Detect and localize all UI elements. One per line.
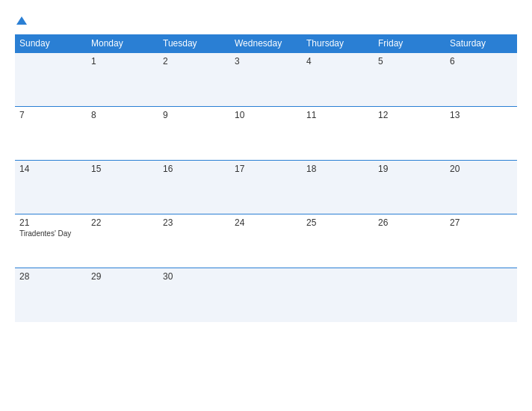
calendar-header (15, 13, 517, 25)
day-number: 14 (19, 164, 82, 174)
calendar-cell (302, 268, 374, 322)
calendar-cell: 15 (87, 161, 158, 214)
calendar-cell: 27 (445, 214, 517, 268)
calendar-page: SundayMondayTuesdayWednesdayThursdayFrid… (0, 0, 532, 411)
day-number: 28 (19, 271, 82, 282)
day-of-week-wednesday: Wednesday (230, 34, 302, 53)
calendar-cell: 5 (374, 53, 445, 107)
calendar-cell: 30 (158, 268, 230, 322)
day-of-week-friday: Friday (374, 34, 445, 53)
week-row-1: 78910111213 (15, 107, 517, 161)
day-number: 21 (19, 217, 82, 228)
day-number: 29 (91, 271, 154, 282)
day-number: 10 (235, 110, 297, 120)
day-number: 2 (163, 56, 226, 67)
day-number: 17 (235, 164, 297, 174)
week-row-2: 14151617181920 (15, 161, 517, 214)
day-number: 9 (163, 110, 226, 120)
calendar-cell: 12 (374, 107, 445, 161)
day-number: 12 (378, 110, 441, 120)
day-number: 24 (235, 217, 297, 228)
day-number: 19 (378, 164, 441, 174)
day-number: 11 (306, 110, 369, 120)
week-row-0: 123456 (15, 53, 517, 107)
calendar-cell: 25 (302, 214, 374, 268)
day-number: 15 (91, 164, 154, 174)
calendar-cell (445, 268, 517, 322)
calendar-cell (374, 268, 445, 322)
calendar-cell: 8 (87, 107, 158, 161)
calendar-cell (230, 268, 302, 322)
calendar-cell: 17 (230, 161, 302, 214)
calendar-cell: 9 (158, 107, 230, 161)
days-header-row: SundayMondayTuesdayWednesdayThursdayFrid… (15, 34, 517, 53)
day-number: 16 (163, 164, 226, 174)
day-number: 4 (306, 56, 369, 67)
day-number: 1 (91, 56, 154, 67)
event-label: Tiradentes' Day (19, 229, 71, 238)
day-of-week-monday: Monday (87, 34, 158, 53)
day-number: 7 (19, 110, 82, 120)
calendar-cell: 16 (158, 161, 230, 214)
week-row-4: 282930 (15, 268, 517, 322)
day-of-week-tuesday: Tuesday (158, 34, 230, 53)
day-number: 8 (91, 110, 154, 120)
calendar-cell: 21Tiradentes' Day (15, 214, 87, 268)
day-number: 20 (450, 164, 513, 174)
calendar-cell: 14 (15, 161, 87, 214)
calendar-cell: 10 (230, 107, 302, 161)
calendar-cell: 11 (302, 107, 374, 161)
calendar-cell: 7 (15, 107, 87, 161)
calendar-table: SundayMondayTuesdayWednesdayThursdayFrid… (15, 34, 517, 322)
calendar-cell: 2 (158, 53, 230, 107)
day-number: 18 (306, 164, 369, 174)
day-of-week-thursday: Thursday (302, 34, 374, 53)
calendar-cell: 18 (302, 161, 374, 214)
calendar-cell: 4 (302, 53, 374, 107)
calendar-cell: 13 (445, 107, 517, 161)
day-number: 6 (450, 56, 513, 67)
calendar-cell: 1 (87, 53, 158, 107)
logo-triangle-icon (16, 16, 27, 25)
day-number: 26 (378, 217, 441, 228)
day-number: 30 (163, 271, 226, 282)
calendar-cell: 6 (445, 53, 517, 107)
calendar-cell: 19 (374, 161, 445, 214)
day-number: 23 (163, 217, 226, 228)
day-number: 3 (235, 56, 297, 67)
calendar-cell (15, 53, 87, 107)
logo (15, 13, 27, 25)
day-of-week-saturday: Saturday (445, 34, 517, 53)
week-row-3: 21Tiradentes' Day222324252627 (15, 214, 517, 268)
calendar-cell: 29 (87, 268, 158, 322)
day-number: 25 (306, 217, 369, 228)
day-of-week-sunday: Sunday (15, 34, 87, 53)
calendar-cell: 23 (158, 214, 230, 268)
calendar-cell: 24 (230, 214, 302, 268)
calendar-cell: 28 (15, 268, 87, 322)
calendar-cell: 20 (445, 161, 517, 214)
day-number: 27 (450, 217, 513, 228)
day-number: 5 (378, 56, 441, 67)
calendar-cell: 26 (374, 214, 445, 268)
calendar-cell: 3 (230, 53, 302, 107)
calendar-cell: 22 (87, 214, 158, 268)
day-number: 13 (450, 110, 513, 120)
day-number: 22 (91, 217, 154, 228)
